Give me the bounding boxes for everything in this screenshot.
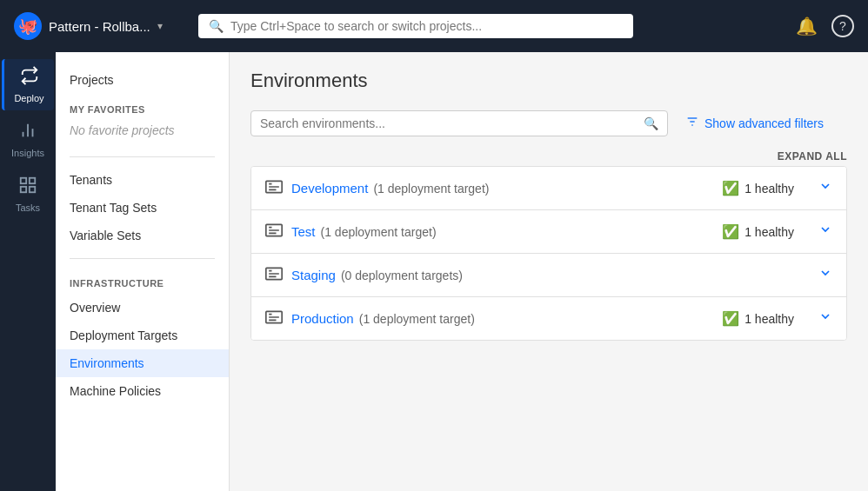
env-search-container: 🔍	[250, 110, 668, 136]
sidebar-item-environments[interactable]: Environments	[56, 349, 229, 377]
env-targets-production: (1 deployment target)	[359, 312, 475, 326]
advanced-filter-label: Show advanced filters	[704, 116, 824, 130]
tasks-label: Tasks	[16, 202, 40, 213]
svg-rect-4	[30, 178, 35, 183]
env-targets-test: (1 deployment target)	[321, 225, 437, 239]
filter-icon	[685, 115, 699, 131]
filter-row: 🔍 Show advanced filters	[250, 109, 847, 136]
sidebar-item-variable-sets[interactable]: Variable Sets	[56, 222, 229, 249]
status-check-development: ✅	[722, 180, 739, 196]
tasks-icon	[18, 176, 37, 199]
status-check-test: ✅	[722, 223, 739, 240]
notification-icon[interactable]: 🔔	[796, 16, 818, 36]
env-status-development: ✅ 1 healthy	[722, 180, 794, 196]
divider-1	[70, 156, 215, 157]
project-name: Pattern - Rollba...	[49, 19, 150, 34]
projects-link[interactable]: Projects	[56, 66, 229, 94]
environments-list: Development (1 deployment target) ✅ 1 he…	[250, 166, 847, 341]
app-logo: 🐙	[14, 12, 42, 40]
global-search-bar[interactable]: 🔍	[198, 14, 633, 38]
status-check-production: ✅	[722, 310, 739, 327]
env-search-input[interactable]	[260, 116, 637, 130]
env-chevron-test[interactable]	[818, 222, 832, 241]
env-icon-development	[265, 180, 283, 197]
top-header: 🐙 Pattern - Rollba... ▾ 🔍 🔔 ?	[0, 0, 868, 52]
sidebar-item-machine-policies[interactable]: Machine Policies	[56, 377, 229, 405]
infrastructure-label: INFRASTRUCTURE	[56, 268, 229, 294]
left-sidebar: Deploy Insights Tasks	[0, 52, 56, 491]
project-dropdown-icon: ▾	[157, 20, 163, 32]
deploy-icon	[20, 66, 39, 90]
global-search-input[interactable]	[230, 19, 623, 33]
env-targets-development: (1 deployment target)	[373, 182, 489, 196]
sidebar-item-deploy[interactable]: Deploy	[2, 59, 54, 110]
env-status-production: ✅ 1 healthy	[722, 310, 794, 327]
expand-all-row: EXPAND ALL	[250, 150, 847, 163]
svg-rect-3	[21, 178, 26, 183]
env-chevron-production[interactable]	[818, 309, 832, 328]
advanced-filter-button[interactable]: Show advanced filters	[678, 109, 831, 136]
sidebar-item-tasks[interactable]: Tasks	[2, 169, 54, 220]
env-icon-staging	[265, 267, 283, 284]
main-content: Environments 🔍 Show advanced filters EXP…	[230, 52, 868, 491]
env-row-test[interactable]: Test (1 deployment target) ✅ 1 healthy	[251, 210, 846, 254]
project-selector[interactable]: 🐙 Pattern - Rollba... ▾	[14, 12, 188, 40]
no-favorites-text: No favorite projects	[56, 120, 229, 148]
env-name-development[interactable]: Development	[291, 181, 368, 196]
search-icon: 🔍	[209, 19, 224, 33]
status-text-test: 1 healthy	[744, 225, 794, 239]
sidebar-item-tenants[interactable]: Tenants	[56, 166, 229, 194]
svg-rect-5	[30, 187, 35, 192]
status-text-production: 1 healthy	[744, 312, 794, 326]
sidebar-item-tenant-tag-sets[interactable]: Tenant Tag Sets	[56, 194, 229, 222]
insights-label: Insights	[11, 148, 44, 158]
env-status-test: ✅ 1 healthy	[722, 223, 794, 240]
env-icon-test	[265, 223, 283, 241]
status-text-development: 1 healthy	[744, 182, 794, 196]
sidebar-item-overview[interactable]: Overview	[56, 294, 229, 322]
sidebar-item-deployment-targets[interactable]: Deployment Targets	[56, 322, 229, 349]
env-row-development[interactable]: Development (1 deployment target) ✅ 1 he…	[251, 167, 846, 210]
header-icons: 🔔 ?	[796, 15, 854, 37]
deploy-label: Deploy	[14, 93, 43, 103]
divider-2	[70, 258, 215, 259]
insights-icon	[18, 121, 37, 144]
env-icon-production	[265, 310, 283, 328]
env-targets-staging: (0 deployment targets)	[341, 269, 463, 282]
env-name-production[interactable]: Production	[291, 311, 354, 326]
env-name-test[interactable]: Test	[291, 224, 316, 239]
secondary-sidebar: Projects MY FAVORITES No favorite projec…	[56, 52, 230, 491]
svg-rect-6	[21, 187, 26, 192]
expand-all-button[interactable]: EXPAND ALL	[778, 150, 847, 163]
env-row-production[interactable]: Production (1 deployment target) ✅ 1 hea…	[251, 297, 846, 340]
env-chevron-development[interactable]	[818, 179, 832, 197]
env-search-icon: 🔍	[644, 116, 658, 130]
favorites-label: MY FAVORITES	[56, 94, 229, 120]
env-name-staging[interactable]: Staging	[291, 268, 336, 282]
env-row-staging[interactable]: Staging (0 deployment targets)	[251, 254, 846, 297]
page-title: Environments	[250, 70, 847, 92]
sidebar-item-insights[interactable]: Insights	[2, 114, 54, 165]
main-layout: Deploy Insights Tasks Projects MY FAVORI…	[0, 52, 868, 491]
help-icon[interactable]: ?	[831, 15, 854, 37]
env-chevron-staging[interactable]	[818, 266, 832, 284]
